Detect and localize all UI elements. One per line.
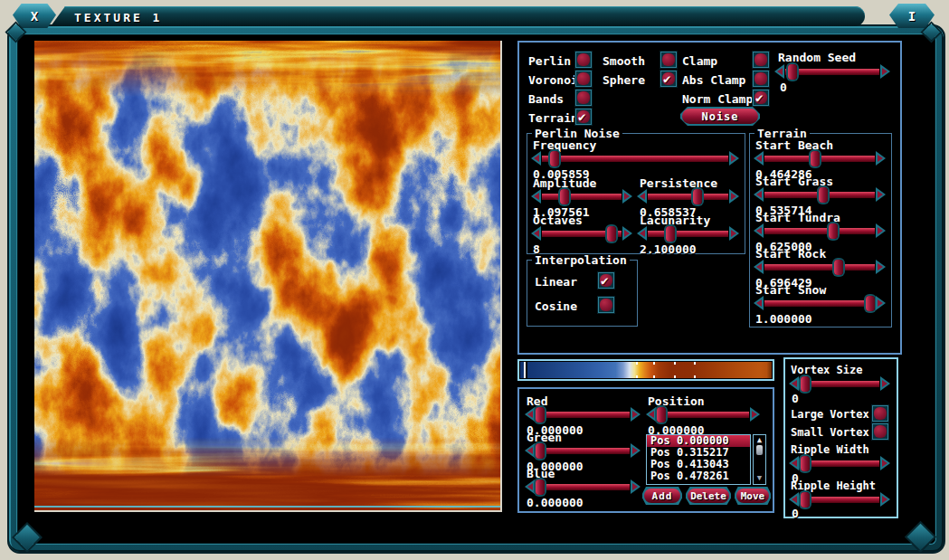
slider-track[interactable]	[536, 484, 630, 490]
slider-handle[interactable]	[536, 407, 545, 422]
slider-handle[interactable]	[536, 479, 545, 495]
slider-handle[interactable]	[657, 407, 666, 422]
slider-left-arrow-icon[interactable]	[754, 223, 764, 239]
green-slider[interactable]	[525, 443, 641, 459]
slider-left-arrow-icon[interactable]	[774, 64, 784, 80]
selected-stop-marker[interactable]	[524, 362, 526, 378]
add-button[interactable]: Add	[644, 489, 680, 503]
gradient-ramp[interactable]	[520, 362, 772, 378]
slider-handle[interactable]	[801, 376, 810, 392]
large-vortex-checkbox[interactable]	[872, 405, 888, 422]
slider-handle[interactable]	[801, 456, 810, 471]
slider-left-arrow-icon[interactable]	[754, 296, 764, 311]
slider-right-arrow-icon[interactable]	[729, 226, 739, 242]
slider-right-arrow-icon[interactable]	[631, 443, 641, 459]
close-button[interactable]: X	[13, 4, 56, 28]
slider-track[interactable]	[648, 194, 728, 200]
slider-right-arrow-icon[interactable]	[750, 407, 760, 422]
frequency-slider[interactable]	[531, 151, 739, 166]
slider-right-arrow-icon[interactable]	[622, 226, 632, 242]
slider-track[interactable]	[542, 231, 622, 237]
slider-track[interactable]	[542, 156, 728, 162]
noise-button[interactable]: Noise	[682, 109, 758, 124]
slider-left-arrow-icon[interactable]	[531, 151, 541, 166]
slider-track[interactable]	[542, 194, 622, 200]
slider-track[interactable]	[764, 300, 875, 307]
slider-left-arrow-icon[interactable]	[531, 189, 541, 204]
bands-checkbox[interactable]	[575, 90, 592, 106]
slider-right-arrow-icon[interactable]	[880, 456, 890, 471]
scroll-up-icon[interactable]: ▲	[757, 436, 762, 444]
voronoi-checkbox[interactable]	[575, 71, 592, 87]
slider-left-arrow-icon[interactable]	[637, 226, 647, 242]
slider-right-arrow-icon[interactable]	[631, 479, 641, 495]
amplitude-slider[interactable]	[531, 189, 632, 204]
slider-left-arrow-icon[interactable]	[789, 376, 799, 392]
persistence-slider[interactable]	[637, 189, 739, 204]
red-slider[interactable]	[525, 407, 641, 422]
slider-right-arrow-icon[interactable]	[876, 187, 886, 203]
start-rock-slider[interactable]	[754, 260, 886, 275]
slider-left-arrow-icon[interactable]	[754, 260, 764, 275]
random-seed-slider[interactable]	[774, 64, 890, 80]
slider-track[interactable]	[785, 69, 879, 75]
slider-track[interactable]	[800, 381, 879, 387]
list-scrollbar[interactable]: ▲ ▼	[753, 434, 766, 485]
slider-right-arrow-icon[interactable]	[622, 189, 632, 204]
slider-handle[interactable]	[819, 187, 828, 203]
slider-left-arrow-icon[interactable]	[754, 151, 764, 166]
slider-left-arrow-icon[interactable]	[637, 189, 647, 204]
cosine-checkbox[interactable]	[598, 297, 614, 313]
slider-track[interactable]	[648, 231, 728, 237]
octaves-slider[interactable]	[531, 226, 632, 242]
slider-right-arrow-icon[interactable]	[880, 376, 890, 392]
info-button[interactable]: I	[889, 4, 935, 28]
smooth-checkbox[interactable]	[660, 52, 677, 68]
delete-button[interactable]: Delete	[688, 489, 729, 503]
vortex-size-slider[interactable]	[789, 376, 890, 392]
slider-handle[interactable]	[693, 189, 702, 204]
slider-left-arrow-icon[interactable]	[531, 226, 541, 242]
terrain-checkbox[interactable]	[575, 109, 592, 125]
ripple-width-slider[interactable]	[789, 456, 890, 471]
slider-handle[interactable]	[834, 260, 843, 275]
slider-handle[interactable]	[550, 151, 559, 166]
slider-right-arrow-icon[interactable]	[729, 151, 739, 166]
slider-left-arrow-icon[interactable]	[525, 407, 535, 422]
slider-track[interactable]	[657, 412, 749, 418]
slider-track[interactable]	[764, 228, 875, 234]
move-button[interactable]: Move	[736, 489, 769, 503]
norm-clamp-checkbox[interactable]	[753, 90, 769, 106]
title-bar[interactable]: TEXTURE 1	[51, 6, 865, 26]
position-slider[interactable]	[646, 407, 760, 422]
slider-handle[interactable]	[788, 64, 797, 80]
slider-handle[interactable]	[560, 189, 569, 204]
lacunarity-slider[interactable]	[637, 226, 739, 242]
slider-left-arrow-icon[interactable]	[789, 492, 799, 508]
slider-right-arrow-icon[interactable]	[880, 492, 890, 508]
slider-left-arrow-icon[interactable]	[525, 443, 535, 459]
slider-left-arrow-icon[interactable]	[789, 456, 799, 471]
slider-left-arrow-icon[interactable]	[525, 479, 535, 495]
slider-right-arrow-icon[interactable]	[631, 407, 641, 422]
slider-track[interactable]	[764, 156, 875, 162]
slider-track[interactable]	[536, 412, 630, 418]
slider-handle[interactable]	[801, 492, 810, 508]
slider-right-arrow-icon[interactable]	[729, 189, 739, 204]
slider-handle[interactable]	[829, 223, 838, 239]
perlin-checkbox[interactable]	[575, 52, 592, 68]
slider-track[interactable]	[764, 192, 875, 198]
position-stop-list[interactable]: Pos 0.000000 Pos 0.315217 Pos 0.413043 P…	[646, 434, 751, 485]
linear-checkbox[interactable]	[598, 272, 614, 289]
slider-handle[interactable]	[666, 226, 675, 242]
slider-handle[interactable]	[536, 443, 545, 459]
start-grass-slider[interactable]	[754, 187, 886, 203]
gradient-bar[interactable]	[517, 359, 774, 381]
list-item[interactable]: Pos 0.478261	[647, 470, 750, 482]
ripple-height-slider[interactable]	[789, 492, 890, 508]
slider-left-arrow-icon[interactable]	[646, 407, 656, 422]
small-vortex-checkbox[interactable]	[872, 423, 888, 440]
start-snow-slider[interactable]	[754, 296, 886, 311]
abs-clamp-checkbox[interactable]	[753, 71, 769, 87]
sphere-checkbox[interactable]	[660, 71, 677, 87]
